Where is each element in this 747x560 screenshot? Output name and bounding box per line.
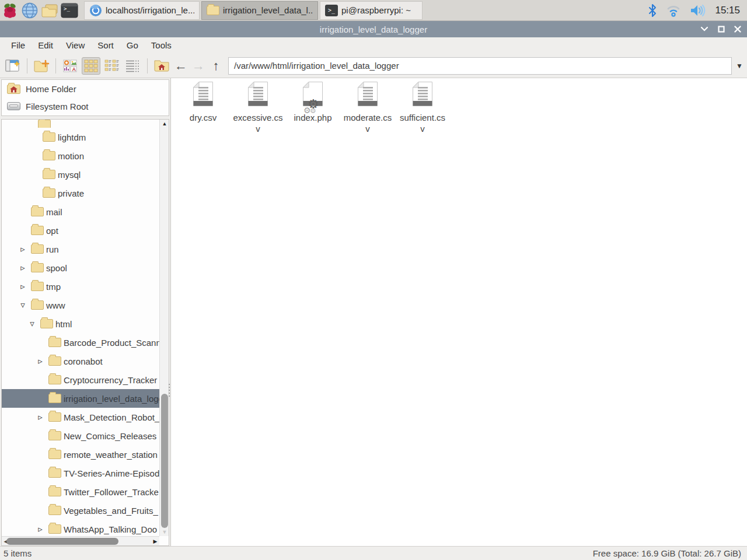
- drive-icon: [7, 102, 20, 110]
- folder-icon: [43, 170, 55, 179]
- tree-item-remote_weather_station[interactable]: remote_weather_station: [2, 445, 159, 464]
- menu-tools[interactable]: Tools: [145, 37, 178, 54]
- expand-icon[interactable]: ▹: [36, 356, 45, 366]
- maximize-icon[interactable]: [718, 26, 725, 33]
- scroll-up-icon[interactable]: ▲: [160, 120, 169, 128]
- collapse-icon[interactable]: ▿: [27, 318, 37, 329]
- up-button[interactable]: ↑: [207, 58, 225, 74]
- window-controls: [700, 21, 741, 37]
- tree-item-mysql[interactable]: mysql: [2, 165, 159, 184]
- new-folder-button[interactable]: [32, 57, 51, 75]
- folder-icon: [48, 356, 61, 366]
- file-sufficient.csv[interactable]: sufficient.csv: [395, 82, 450, 134]
- menu-view[interactable]: View: [60, 37, 91, 54]
- detailed-view-icon: [125, 59, 141, 73]
- home-button[interactable]: [152, 57, 171, 75]
- tree-item-spool[interactable]: ▹spool: [2, 258, 159, 277]
- folder-icon: [48, 375, 61, 384]
- menu-go[interactable]: Go: [120, 37, 145, 54]
- expand-icon[interactable]: ▹: [18, 262, 27, 273]
- folder-icon: [40, 319, 53, 328]
- tree-item-partial[interactable]: [2, 119, 159, 128]
- scrollbar-thumb[interactable]: [6, 538, 118, 545]
- folder-icon: [207, 6, 219, 15]
- icon-view-button[interactable]: [82, 57, 100, 75]
- folder-icon: [43, 132, 55, 142]
- taskbar-task-terminal[interactable]: >_ pi@raspberrypi: ~: [320, 1, 423, 20]
- back-button[interactable]: ←: [172, 58, 190, 74]
- tree-item-WhatsApp_Talking_Doo[interactable]: ▹WhatsApp_Talking_Doo: [2, 520, 159, 538]
- detailed-view-button[interactable]: [124, 57, 142, 75]
- menu-edit[interactable]: Edit: [32, 37, 60, 54]
- thumbnail-view-button[interactable]: A: [61, 57, 79, 75]
- path-input[interactable]: /var/www/html/irrigation_level_data_logg…: [228, 57, 732, 75]
- file-moderate.csv[interactable]: moderate.csv: [340, 82, 395, 134]
- tree-item-html[interactable]: ▿html: [2, 314, 159, 333]
- scrollbar-thumb[interactable]: [161, 394, 168, 528]
- toolbar-separator: [27, 58, 27, 74]
- compact-view-button[interactable]: [103, 57, 121, 75]
- window-title: irrigation_level_data_logger: [320, 24, 427, 34]
- folder-icon: [31, 300, 44, 310]
- tree-item-lightdm[interactable]: lightdm: [2, 128, 159, 146]
- task-label: pi@raspberrypi: ~: [341, 5, 411, 15]
- home-folder-icon: [153, 59, 170, 73]
- tree-item-New_Comics_Releases[interactable]: New_Comics_Releases: [2, 426, 159, 445]
- tree-item-Vegetables_and_Fruits_[interactable]: Vegetables_and_Fruits_: [2, 501, 159, 520]
- expand-icon[interactable]: ▹: [36, 412, 45, 422]
- tree-item-Cryptocurrency_Tracker[interactable]: Cryptocurrency_Tracker: [2, 370, 159, 389]
- folder-icon: [31, 226, 44, 235]
- expand-icon[interactable]: ▹: [18, 281, 27, 292]
- terminal-launcher-icon[interactable]: >_: [60, 1, 79, 20]
- taskbar-task-filemanager[interactable]: irrigation_level_data_l...: [201, 1, 318, 20]
- wifi-icon[interactable]: [666, 4, 681, 18]
- bluetooth-icon[interactable]: [648, 4, 657, 18]
- tree-item-Mask_Detection_Robot_[interactable]: ▹Mask_Detection_Robot_: [2, 408, 159, 426]
- expand-icon[interactable]: ▹: [18, 244, 27, 254]
- new-window-button[interactable]: [4, 57, 22, 75]
- tree-item-motion[interactable]: motion: [2, 146, 159, 165]
- tree-item-TV-Series-Anime-Episod[interactable]: TV-Series-Anime-Episod: [2, 464, 159, 482]
- file-excessive.csv[interactable]: excessive.csv: [231, 82, 285, 134]
- tree-item-irrigation_level_data_logger[interactable]: irrigation_level_data_logger: [2, 389, 159, 408]
- tree-item-tmp[interactable]: ▹tmp: [2, 277, 159, 296]
- tree-item-Twitter_Follower_Tracke[interactable]: Twitter_Follower_Tracke: [2, 482, 159, 501]
- collapse-icon[interactable]: ▿: [18, 300, 27, 310]
- place-filesystem-root[interactable]: Filesystem Root: [2, 97, 169, 115]
- folder-icon: [48, 431, 61, 440]
- tree-item-opt[interactable]: opt: [2, 221, 159, 240]
- scroll-down-icon[interactable]: ▼: [160, 528, 169, 536]
- tree-item-run[interactable]: ▹run: [2, 240, 159, 258]
- menu-sort[interactable]: Sort: [91, 37, 120, 54]
- clock[interactable]: 15:15: [715, 5, 740, 16]
- tree-item-www[interactable]: ▿www: [2, 296, 159, 314]
- path-dropdown-icon[interactable]: ▼: [732, 62, 747, 70]
- taskbar-task-browser[interactable]: localhost/irrigation_le...: [84, 1, 200, 20]
- file-list-panel[interactable]: dry.csvexcessive.csv⚙⚙⚙index.phpmoderate…: [170, 78, 747, 546]
- tree-item-coronabot[interactable]: ▹coronabot: [2, 352, 159, 370]
- tree-item-mail[interactable]: mail: [2, 202, 159, 221]
- close-icon[interactable]: [734, 26, 741, 33]
- gear-icon: ⚙: [310, 107, 316, 115]
- file-index.php[interactable]: ⚙⚙⚙index.php: [285, 82, 340, 123]
- tree-item-label: Cryptocurrency_Tracker: [64, 375, 157, 385]
- raspberry-menu-icon[interactable]: [0, 1, 20, 20]
- forward-button[interactable]: →: [190, 58, 207, 74]
- tree-item-private[interactable]: private: [2, 184, 159, 202]
- tree-vertical-scrollbar[interactable]: ▲ ▼: [159, 120, 169, 536]
- file-name-label: sufficient.csv: [395, 112, 450, 134]
- file-manager-icon[interactable]: [40, 1, 60, 20]
- statusbar: 5 items Free space: 16.9 GiB (Total: 26.…: [0, 546, 747, 560]
- web-browser-icon[interactable]: [20, 1, 40, 20]
- folder-icon: [48, 450, 61, 459]
- place-home-folder[interactable]: Home Folder: [2, 80, 169, 97]
- minimize-icon[interactable]: [700, 26, 708, 32]
- tree-item-Barcode_Product_Scanner[interactable]: Barcode_Product_Scanner: [2, 333, 159, 352]
- directory-tree: ▲ ▼ ◀ ▶ lightdmmotionmysqlprivatemailopt…: [1, 119, 169, 546]
- compact-view-icon: [104, 59, 120, 73]
- menu-file[interactable]: File: [5, 37, 32, 54]
- volume-icon[interactable]: [690, 4, 706, 18]
- expand-icon[interactable]: ▹: [36, 524, 45, 534]
- window-titlebar[interactable]: irrigation_level_data_logger: [0, 21, 747, 37]
- file-dry.csv[interactable]: dry.csv: [176, 82, 231, 123]
